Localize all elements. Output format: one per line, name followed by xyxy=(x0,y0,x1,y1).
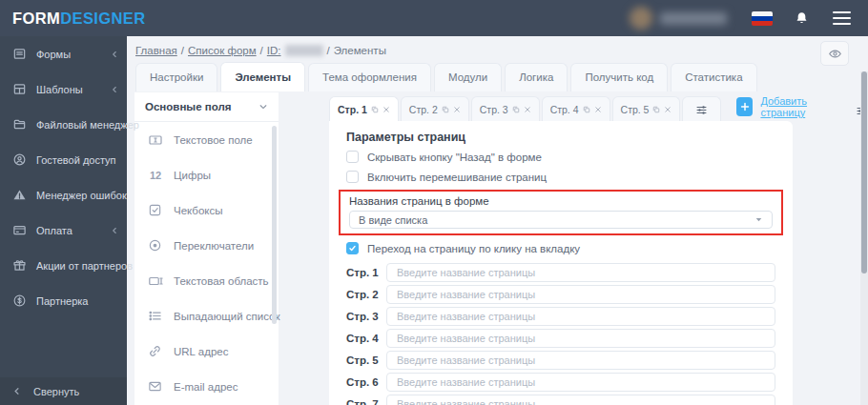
tab-theme[interactable]: Тема оформления xyxy=(308,63,431,91)
copy-page-icon[interactable] xyxy=(583,106,590,113)
sidebar-item-affiliate[interactable]: Партнерка xyxy=(0,283,127,318)
sidebar-item-error-manager[interactable]: Менеджер ошибок xyxy=(0,177,127,213)
sidebar-item-forms[interactable]: Формы xyxy=(0,36,127,71)
tab-logic[interactable]: Логика xyxy=(505,63,568,91)
main-area: Главная / Список форм / ID: / Элементы Н… xyxy=(127,36,868,405)
shuffle-pages-checkbox-row[interactable]: Включить перемешивание страниц xyxy=(346,170,775,184)
user-account-blurred[interactable] xyxy=(630,7,727,30)
add-page-group: Добавить страницу xyxy=(736,95,840,122)
tab-elements[interactable]: Элементы xyxy=(220,62,305,91)
close-page-icon[interactable] xyxy=(453,106,461,113)
tab-modules[interactable]: Модули xyxy=(434,63,502,91)
close-page-icon[interactable] xyxy=(664,106,672,113)
field-item-label: Текстовое поле xyxy=(174,134,253,146)
go-to-page-on-tab-click-checkbox-row[interactable]: Переход на страницу по клику на вкладку xyxy=(346,241,775,255)
field-item-radios[interactable]: Переключатели xyxy=(134,228,279,263)
copy-page-icon[interactable] xyxy=(512,106,520,113)
page-names-select[interactable]: В виде списка xyxy=(349,211,773,229)
checkbox-unchecked[interactable] xyxy=(346,151,359,163)
window-scrollbar[interactable] xyxy=(860,71,868,405)
field-item-label: Цифры xyxy=(174,170,211,181)
add-page-link[interactable]: Добавить страницу xyxy=(760,95,840,118)
page-name-input-2[interactable] xyxy=(386,285,775,304)
page-name-input-3[interactable] xyxy=(386,307,775,326)
chevron-left-icon xyxy=(111,51,118,58)
check-icon xyxy=(348,244,357,253)
page-name-input-6[interactable] xyxy=(386,373,775,392)
numbers-icon: 12 xyxy=(148,170,163,181)
language-flag-russia[interactable] xyxy=(752,11,773,26)
fields-panel-header[interactable]: Основные поля xyxy=(134,92,279,122)
window-scrollbar-thumb[interactable] xyxy=(861,71,867,273)
top-navbar: FORMDESIGNER xyxy=(0,0,868,36)
sidebar-item-templates[interactable]: Шаблоны xyxy=(0,71,127,107)
page-name-input-5[interactable] xyxy=(386,351,775,370)
field-item-url[interactable]: URL адрес xyxy=(134,334,279,369)
field-item-dropdown[interactable]: Выпадающий список xyxy=(134,298,279,334)
affiliate-icon xyxy=(12,294,27,308)
tab-statistics[interactable]: Статистика xyxy=(671,63,756,91)
field-item-text-field[interactable]: Текстовое поле xyxy=(134,122,279,157)
tab-settings[interactable]: Настройки xyxy=(135,63,217,91)
menu-burger-icon[interactable] xyxy=(833,11,851,26)
sidebar-item-guest-access[interactable]: Гостевой доступ xyxy=(0,142,127,177)
chevron-down-icon xyxy=(258,102,268,111)
page-name-row: Стр. 3 xyxy=(346,307,775,326)
field-item-label: Выпадающий список xyxy=(174,311,280,322)
page-name-input-7[interactable] xyxy=(386,395,775,405)
page-tab-3[interactable]: Стр. 3 xyxy=(471,96,540,122)
add-page-button[interactable] xyxy=(736,97,753,116)
page-tab-label: Стр. 4 xyxy=(550,104,579,115)
sidebar-item-file-manager[interactable]: Файловый менеджер xyxy=(0,107,127,142)
page-name-row: Стр. 6 xyxy=(346,373,775,392)
page-name-input-1[interactable] xyxy=(386,263,775,282)
page-tab-label: Стр. 5 xyxy=(621,104,650,115)
breadcrumb-id-link[interactable]: ID: xyxy=(267,45,281,56)
gift-icon xyxy=(12,258,27,273)
notifications-bell-icon[interactable] xyxy=(794,10,810,27)
breadcrumb-home-link[interactable]: Главная xyxy=(135,45,177,56)
close-page-icon[interactable] xyxy=(594,106,602,113)
field-item-numbers[interactable]: 12 Цифры xyxy=(134,157,279,192)
page-tab-1[interactable]: Стр. 1 xyxy=(329,96,399,122)
tab-get-code[interactable]: Получить код xyxy=(570,63,668,91)
page-row-label: Стр. 2 xyxy=(346,289,386,300)
page-name-rows: Стр. 1 Стр. 2 Стр. 3 Стр. 4 Стр. 5 Стр. … xyxy=(346,263,775,405)
logo-designer: DESIGNER xyxy=(60,10,145,27)
checkbox-unchecked[interactable] xyxy=(346,171,359,183)
page-name-input-4[interactable] xyxy=(386,329,775,348)
copy-page-icon[interactable] xyxy=(371,106,379,113)
field-item-checkboxes[interactable]: Чекбоксы xyxy=(134,192,279,228)
page-tab-5[interactable]: Стр. 5 xyxy=(612,96,681,122)
field-item-label: Текстовая область xyxy=(174,275,269,287)
fields-panel-scrollbar[interactable] xyxy=(272,126,277,324)
sidebar-collapse-button[interactable]: Свернуть xyxy=(0,377,127,405)
checkbox-label: Включить перемешивание страниц xyxy=(367,172,547,183)
checkbox-checked[interactable] xyxy=(346,242,359,254)
page-tab-2[interactable]: Стр. 2 xyxy=(401,96,469,122)
radio-icon xyxy=(148,238,163,253)
form-id-blurred xyxy=(285,45,323,56)
sidebar-item-payment[interactable]: Оплата xyxy=(0,213,127,248)
field-item-textarea[interactable]: Текстовая область xyxy=(134,263,279,298)
breadcrumb-current: Элементы xyxy=(334,45,386,56)
app-logo[interactable]: FORMDESIGNER xyxy=(12,10,146,28)
sliders-icon xyxy=(695,104,708,116)
field-item-label: Чекбоксы xyxy=(174,205,223,216)
field-item-label: E-mail адрес xyxy=(174,381,238,393)
close-page-icon[interactable] xyxy=(524,106,531,113)
error-manager-icon xyxy=(12,188,27,202)
sidebar: Формы Шаблоны Файловый менеджер Гостевой… xyxy=(0,36,127,405)
sidebar-item-partner-promos[interactable]: Акции от партнеров xyxy=(0,248,127,283)
field-item-email[interactable]: E-mail адрес xyxy=(134,369,279,404)
page-tabs-settings-tab[interactable] xyxy=(682,96,721,122)
copy-page-icon[interactable] xyxy=(442,106,449,113)
page-tab-4[interactable]: Стр. 4 xyxy=(542,96,610,122)
breadcrumb-forms-list-link[interactable]: Список форм xyxy=(188,45,257,56)
copy-page-icon[interactable] xyxy=(652,106,660,113)
close-page-icon[interactable] xyxy=(382,106,390,113)
preview-eye-button[interactable] xyxy=(820,41,849,66)
hide-back-button-checkbox-row[interactable]: Скрывать кнопку "Назад" в форме xyxy=(346,150,775,164)
breadcrumb-separator: / xyxy=(181,45,184,56)
fields-panel-title: Основные поля xyxy=(145,101,231,112)
